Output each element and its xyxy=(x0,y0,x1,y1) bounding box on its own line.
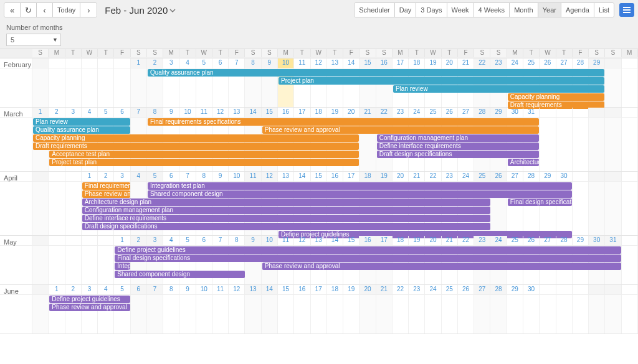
view-button-3-days[interactable]: 3 Days xyxy=(416,3,447,17)
day-cell[interactable]: 9 xyxy=(245,236,261,245)
day-cell[interactable]: 25 xyxy=(507,236,523,245)
day-cell[interactable]: 7 xyxy=(147,285,163,294)
day-cell[interactable]: 4 xyxy=(131,172,147,181)
date-range-picker[interactable]: Feb - Jun 2020 xyxy=(105,5,176,16)
day-cell[interactable]: 7 xyxy=(212,236,229,245)
event-bar[interactable]: Final requirements xyxy=(82,182,130,190)
day-cell[interactable]: 19 xyxy=(425,58,441,68)
day-cell[interactable]: 16 xyxy=(359,236,376,245)
day-cell[interactable]: 9 xyxy=(212,172,229,181)
day-cell[interactable]: 3 xyxy=(82,285,98,294)
day-cell[interactable]: 14 xyxy=(343,58,359,68)
event-bar[interactable]: Draft requirements xyxy=(33,142,359,150)
day-cell[interactable]: 4 xyxy=(82,108,98,117)
event-bar[interactable]: Phase review and approval xyxy=(262,126,540,134)
day-cell[interactable]: 9 xyxy=(163,108,179,117)
day-cell[interactable]: 18 xyxy=(311,108,327,117)
day-cell[interactable]: 22 xyxy=(425,172,441,181)
event-bar[interactable]: Project test plan xyxy=(49,159,359,166)
day-cell[interactable]: 24 xyxy=(507,58,523,68)
nav-next-button[interactable]: › xyxy=(80,3,97,17)
day-cell[interactable]: 17 xyxy=(376,236,393,245)
day-cell[interactable]: 19 xyxy=(343,285,359,294)
day-cell[interactable]: 30 xyxy=(523,285,540,294)
day-cell[interactable]: 20 xyxy=(343,108,359,117)
day-cell[interactable]: 13 xyxy=(311,236,327,245)
day-cell[interactable]: 3 xyxy=(65,108,82,117)
day-cell[interactable]: 28 xyxy=(523,172,540,181)
day-cell[interactable]: 15 xyxy=(311,172,327,181)
day-cell[interactable]: 5 xyxy=(179,236,196,245)
day-cell[interactable]: 5 xyxy=(196,58,212,68)
day-cell[interactable]: 23 xyxy=(490,58,507,68)
day-cell[interactable]: 14 xyxy=(327,236,343,245)
day-cell[interactable]: 7 xyxy=(131,108,147,117)
nav-prev-button[interactable]: ‹ xyxy=(37,3,53,17)
day-cell[interactable]: 30 xyxy=(507,108,523,117)
day-cell[interactable]: 10 xyxy=(179,108,196,117)
day-cell[interactable]: 16 xyxy=(327,172,343,181)
view-button-list[interactable]: List xyxy=(594,3,614,17)
day-cell[interactable]: 4 xyxy=(179,58,196,68)
event-bar[interactable]: Define project guidelines xyxy=(115,246,621,254)
day-cell[interactable]: 2 xyxy=(131,236,147,245)
day-cell[interactable]: 16 xyxy=(376,58,393,68)
day-cell[interactable]: 30 xyxy=(589,236,605,245)
event-bar[interactable]: Phase review and approval xyxy=(49,304,130,311)
day-cell[interactable]: 3 xyxy=(163,58,179,68)
day-cell[interactable]: 25 xyxy=(474,172,490,181)
today-button[interactable]: Today xyxy=(53,3,80,17)
event-bar[interactable]: Integration test plan xyxy=(148,182,572,190)
months-select[interactable]: 5 ▼ xyxy=(6,34,61,46)
day-cell[interactable]: 29 xyxy=(490,108,507,117)
day-cell[interactable]: 14 xyxy=(262,285,278,294)
day-cell[interactable]: 14 xyxy=(294,172,310,181)
day-cell[interactable]: 2 xyxy=(49,108,65,117)
day-cell[interactable]: 22 xyxy=(458,236,474,245)
day-cell[interactable]: 8 xyxy=(163,285,179,294)
day-cell[interactable]: 18 xyxy=(393,236,409,245)
day-cell[interactable]: 11 xyxy=(278,236,294,245)
event-bar[interactable]: Acceptance test plan xyxy=(49,151,359,158)
day-cell[interactable]: 26 xyxy=(523,236,540,245)
day-cell[interactable]: 16 xyxy=(294,285,310,294)
view-button-4-weeks[interactable]: 4 Weeks xyxy=(474,3,510,17)
event-bar[interactable]: Capacity planning xyxy=(508,93,605,101)
event-bar[interactable]: Phase review and xyxy=(82,190,130,198)
event-bar[interactable]: Configuration management plan xyxy=(377,134,540,142)
day-cell[interactable]: 23 xyxy=(409,285,425,294)
event-bar[interactable]: Define interface requirements xyxy=(82,215,490,222)
day-cell[interactable]: 23 xyxy=(442,172,458,181)
day-cell[interactable]: 4 xyxy=(98,285,114,294)
day-cell[interactable]: 17 xyxy=(343,172,359,181)
event-bar[interactable]: Shared component design xyxy=(115,271,244,278)
day-cell[interactable]: 2 xyxy=(65,285,82,294)
event-bar[interactable]: Capacity planning xyxy=(33,134,359,142)
day-cell[interactable]: 19 xyxy=(409,236,425,245)
day-cell[interactable]: 1 xyxy=(82,172,98,181)
event-bar[interactable]: Architecture design plan xyxy=(82,198,490,206)
day-cell[interactable]: 21 xyxy=(409,172,425,181)
day-cell[interactable]: 4 xyxy=(163,236,179,245)
view-button-agenda[interactable]: Agenda xyxy=(561,3,594,17)
day-cell[interactable]: 22 xyxy=(474,58,490,68)
event-bar[interactable]: Shared component design xyxy=(148,190,572,198)
day-cell[interactable]: 17 xyxy=(393,58,409,68)
day-cell[interactable]: 10 xyxy=(229,172,245,181)
event-bar[interactable]: Draft design specifications xyxy=(82,223,490,230)
day-cell[interactable]: 8 xyxy=(245,58,261,68)
day-cell[interactable]: 17 xyxy=(294,108,310,117)
day-cell[interactable]: 26 xyxy=(442,108,458,117)
day-cell[interactable]: 1 xyxy=(114,236,130,245)
day-cell[interactable]: 24 xyxy=(425,285,441,294)
day-cell[interactable]: 28 xyxy=(556,236,573,245)
day-cell[interactable]: 1 xyxy=(131,58,147,68)
day-cell[interactable]: 2 xyxy=(147,58,163,68)
day-cell[interactable]: 13 xyxy=(245,285,261,294)
day-cell[interactable]: 9 xyxy=(262,58,278,68)
event-bar[interactable]: Configuration management plan xyxy=(82,207,490,214)
day-cell[interactable]: 31 xyxy=(523,108,540,117)
day-cell[interactable]: 21 xyxy=(458,58,474,68)
day-cell[interactable]: 15 xyxy=(278,285,294,294)
event-bar[interactable]: Project plan xyxy=(279,77,604,85)
